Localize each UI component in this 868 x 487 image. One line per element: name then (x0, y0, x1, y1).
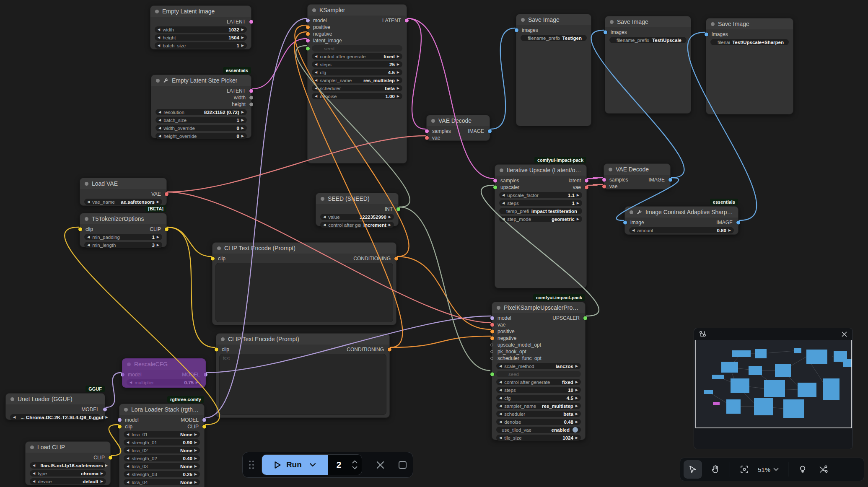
wire-model[interactable] (106, 373, 121, 407)
stepper-down-icon[interactable] (352, 466, 358, 469)
node-header[interactable]: T5TokenizerOptions (80, 213, 166, 224)
widget-batch-size[interactable]: ◀batch_size1▶ (155, 117, 247, 123)
node-header[interactable]: Empty Latent Image (150, 6, 251, 17)
widget-temp-prefix[interactable]: temp_prefiximpact test\iteration (499, 208, 582, 214)
stepper-up-icon[interactable] (352, 460, 358, 464)
widget-right-arrow-icon[interactable]: ▶ (389, 223, 391, 227)
widget-denoise[interactable]: ◀denoise1.00▶ (312, 93, 402, 99)
node-load-clip[interactable]: Load CLIPCLIP◀clip_...flan-t5-xxl-fp16.s… (25, 441, 111, 485)
output-port[interactable] (396, 207, 400, 211)
output-port[interactable] (204, 373, 207, 377)
node-header[interactable]: Lora Loader Stack (rgthree) (119, 404, 204, 415)
node-header[interactable]: Save Image (706, 18, 793, 29)
toggle-links-button[interactable] (814, 460, 833, 479)
output-port[interactable] (165, 228, 168, 231)
node-status-dot[interactable] (497, 306, 500, 310)
widget-right-arrow-icon[interactable]: ▶ (577, 202, 579, 205)
widget-left-arrow-icon[interactable]: ◀ (158, 28, 160, 31)
node-status-dot[interactable] (10, 397, 14, 401)
node-status-dot[interactable] (321, 197, 324, 201)
node-status-dot[interactable] (610, 20, 614, 24)
widget-right-arrow-icon[interactable]: ▶ (241, 135, 244, 138)
widget-lora-04[interactable]: ◀lora_04None▶ (124, 479, 200, 485)
widget-lora-01[interactable]: ◀lora_01None▶ (124, 431, 200, 438)
minimap-viewport[interactable] (694, 340, 853, 449)
wire-latent[interactable] (588, 178, 603, 179)
widget-cfg[interactable]: ◀cfg4.5▶ (496, 395, 581, 401)
widget-left-arrow-icon[interactable]: ◀ (127, 441, 129, 444)
output-port[interactable] (202, 418, 206, 422)
widget-width[interactable]: ◀width1032▶ (155, 26, 247, 33)
node-load-vae[interactable]: Load VAEVAE◀vae_nameae.safetensors▶ (80, 178, 167, 206)
widget-sampler-name[interactable]: ◀sampler_nameres_multistep▶ (496, 403, 581, 409)
node-save-image-3[interactable]: Save Imageimagesfilename_prefixTest\Upsc… (706, 18, 793, 114)
node-status-dot[interactable] (312, 8, 316, 12)
widget-left-arrow-icon[interactable]: ◀ (127, 433, 129, 436)
node-header[interactable]: VAE Decode (427, 115, 490, 126)
widget-right-arrow-icon[interactable]: ▶ (101, 472, 103, 475)
input-port[interactable] (121, 373, 124, 377)
widget-tile-size[interactable]: ◀tile_size1024▶ (496, 435, 581, 441)
widget-strength-02[interactable]: ◀strength_020.40▶ (124, 455, 200, 461)
input-port[interactable] (490, 337, 494, 340)
node-header[interactable]: Unet Loader (GGUF) (6, 394, 105, 404)
node-t5-tokenizer-options[interactable]: [BETA]T5TokenizerOptionsclipCLIP◀min_pad… (80, 213, 167, 247)
input-port[interactable] (705, 33, 708, 36)
wire-latent[interactable] (408, 18, 425, 129)
input-port[interactable] (490, 350, 493, 353)
node-iterative-upscale[interactable]: comfyui-impact-packIterative Upscale (La… (495, 164, 587, 288)
node-status-dot[interactable] (155, 10, 159, 13)
output-port[interactable] (249, 103, 253, 106)
zoom-level-dropdown[interactable]: 51% (758, 466, 779, 473)
node-status-dot[interactable] (217, 246, 221, 250)
widget-min-padding[interactable]: ◀min_padding1▶ (84, 234, 162, 240)
widget-right-arrow-icon[interactable]: ▶ (397, 63, 399, 66)
widget-type[interactable]: ◀typechroma▶ (30, 470, 106, 477)
node-save-image-2[interactable]: Save Imageimagesfilename_prefixTest\Upsc… (605, 16, 691, 114)
output-port[interactable] (249, 89, 253, 93)
widget-right-arrow-icon[interactable]: ▶ (575, 389, 578, 392)
widget-right-arrow-icon[interactable]: ▶ (101, 480, 103, 483)
widget-right-arrow-icon[interactable]: ▶ (157, 200, 159, 204)
widget-sampler-name[interactable]: ◀sampler_nameres_multistep▶ (312, 77, 402, 83)
widget-right-arrow-icon[interactable]: ▶ (241, 111, 244, 114)
output-port[interactable] (249, 96, 253, 100)
input-port[interactable] (118, 425, 122, 429)
widget-left-arrow-icon[interactable]: ◀ (158, 119, 161, 122)
widget-right-arrow-icon[interactable]: ▶ (241, 44, 244, 47)
output-port[interactable] (736, 221, 740, 225)
run-button[interactable]: Run (262, 455, 328, 475)
input-port[interactable] (515, 28, 518, 32)
node-status-dot[interactable] (711, 22, 715, 26)
widget-cfg[interactable]: ◀cfg4.5▶ (312, 69, 402, 75)
node-vae-decode-2[interactable]: VAE DecodesamplesIMAGEvae (604, 163, 671, 189)
node-status-dot[interactable] (85, 182, 88, 186)
input-port[interactable] (604, 31, 607, 34)
wire-int[interactable] (399, 207, 490, 370)
widget-left-arrow-icon[interactable]: ◀ (158, 127, 161, 130)
widget-left-arrow-icon[interactable]: ◀ (632, 229, 635, 232)
node-empty-latent-size-picker[interactable]: essentialsEmpty Latent Size PickerLATENT… (151, 75, 251, 138)
wire-clip[interactable] (168, 227, 215, 347)
node-status-dot[interactable] (124, 408, 128, 412)
widget-right-arrow-icon[interactable]: ▶ (194, 457, 197, 460)
widget-left-arrow-icon[interactable]: ◀ (127, 481, 129, 484)
widget-height[interactable]: ◀height1504▶ (155, 34, 247, 41)
input-port[interactable] (623, 221, 627, 225)
widget-upscale-factor[interactable]: ◀upscale_factor1.1▶ (499, 192, 582, 198)
node-status-dot[interactable] (431, 119, 435, 123)
widget-right-arrow-icon[interactable]: ▶ (157, 244, 159, 247)
widget-right-arrow-icon[interactable]: ▶ (397, 55, 399, 58)
widget-left-arrow-icon[interactable]: ◀ (499, 404, 502, 408)
widget-left-arrow-icon[interactable]: ◀ (13, 416, 16, 419)
widget-right-arrow-icon[interactable]: ▶ (194, 449, 197, 452)
widget-left-arrow-icon[interactable]: ◀ (130, 381, 132, 384)
widget-left-arrow-icon[interactable]: ◀ (502, 202, 505, 205)
widget-right-arrow-icon[interactable]: ▶ (577, 194, 579, 197)
input-port[interactable] (118, 418, 122, 422)
node-header[interactable]: Load CLIP (26, 442, 110, 453)
widget-left-arrow-icon[interactable]: ◀ (499, 396, 502, 400)
node-header[interactable]: PixelKSampleUpscalerProvider (492, 302, 585, 313)
node-status-dot[interactable] (127, 363, 131, 366)
output-port[interactable] (585, 186, 588, 189)
